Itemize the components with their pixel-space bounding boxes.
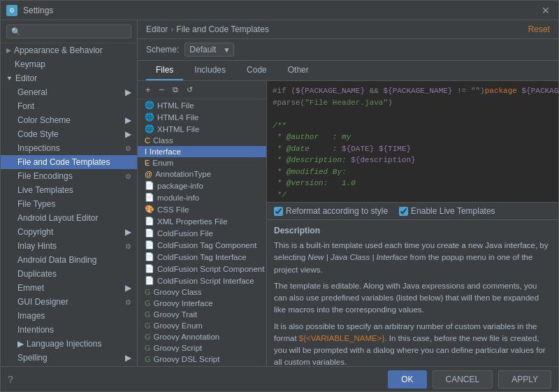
file-item-annotation[interactable]: @ AnnotationType (138, 168, 266, 180)
file-item-groovy-annotation[interactable]: G Groovy Annotation (138, 331, 266, 342)
bottom-bar: ? OK CANCEL APPLY (1, 366, 558, 391)
tabs-bar: Files Includes Code Other (138, 61, 558, 81)
sidebar-item-file-templates[interactable]: File and Code Templates (1, 155, 137, 169)
sidebar-item-file-types[interactable]: File Types (1, 197, 137, 211)
scheme-bar: Scheme: Default ▼ (138, 39, 558, 61)
file-item-enum[interactable]: E Enum (138, 157, 266, 168)
file-item-css[interactable]: 🎨 CSS File (138, 203, 266, 215)
file-item-coldfusion[interactable]: 📄 ColdFusion File (138, 227, 266, 239)
reset-button[interactable]: Reset (528, 24, 550, 34)
file-item-package-info[interactable]: 📄 package-info (138, 180, 266, 191)
tab-includes[interactable]: Includes (184, 61, 235, 80)
sidebar-item-label: Inspections (17, 143, 60, 153)
sidebar-item-gui-designer[interactable]: GUI Designer ⚙ (1, 295, 137, 309)
sidebar-item-live-templates[interactable]: Live Templates (1, 183, 137, 197)
file-item-html[interactable]: 🌐 HTML File (138, 99, 266, 111)
cf-script-comp-icon: 📄 (145, 264, 154, 273)
file-item-label: ColdFusion Tag Component (157, 241, 256, 249)
panel-content: + − ⧉ ↺ 🌐 HTML File 🌐 HTML4 File (138, 81, 558, 366)
tab-code[interactable]: Code (237, 61, 277, 80)
sidebar-item-inspections[interactable]: Inspections ⚙ (1, 141, 137, 155)
file-item-class[interactable]: C Class (138, 135, 266, 146)
sidebar-item-emmet[interactable]: Emmet ▶ (1, 281, 137, 295)
file-item-cf-tag-int[interactable]: 📄 ColdFusion Tag Interface (138, 251, 266, 263)
sidebar-item-copyright[interactable]: Copyright ▶ (1, 225, 137, 239)
scheme-select[interactable]: Default (184, 43, 234, 57)
file-item-label: AnnotationType (155, 170, 211, 178)
file-item-label: HTML4 File (157, 113, 198, 122)
file-item-label: Groovy Interface (154, 299, 213, 307)
file-item-groovy-script[interactable]: G Groovy Script (138, 342, 266, 354)
file-item-cf-script-comp[interactable]: 📄 ColdFusion Script Component (138, 263, 266, 275)
reformat-checkbox-label[interactable]: Reformat according to style (274, 206, 388, 216)
reformat-checkbox[interactable] (274, 207, 283, 216)
sidebar-item-label: File and Code Templates (17, 157, 110, 167)
sidebar-item-spelling[interactable]: Spelling ▶ (1, 351, 137, 365)
window-title: Settings (23, 6, 53, 15)
sidebar-item-appearance[interactable]: ▶ Appearance & Behavior (1, 43, 137, 57)
close-button[interactable]: ✕ (539, 3, 553, 17)
file-item-xhtml[interactable]: 🌐 XHTML File (138, 123, 266, 135)
groovy-trait-icon: G (145, 310, 151, 319)
file-item-xml-props[interactable]: 📄 XML Properties File (138, 215, 266, 227)
desc-para-2: The template is editable. Along with Jav… (274, 280, 551, 317)
ok-button[interactable]: OK (388, 370, 426, 389)
sidebar-item-label: Spelling (17, 353, 48, 363)
file-item-groovy-class[interactable]: G Groovy Class (138, 286, 266, 298)
file-item-cf-tag-comp[interactable]: 📄 ColdFusion Tag Component (138, 239, 266, 251)
cancel-button[interactable]: CANCEL (433, 370, 493, 389)
file-item-groovy-enum[interactable]: G Groovy Enum (138, 320, 266, 331)
file-item-groovy-trait[interactable]: G Groovy Trait (138, 309, 266, 320)
groovy-dsl-icon: G (145, 355, 151, 363)
file-item-interface[interactable]: I Interface (138, 146, 266, 157)
sidebar-item-label: Live Templates (17, 185, 73, 195)
desc-para-1: This is a built-in template used each ti… (274, 240, 551, 276)
sidebar-item-editor[interactable]: ▼ Editor (1, 71, 137, 85)
live-templates-checkbox[interactable] (399, 207, 408, 216)
sidebar-item-color-scheme[interactable]: Color Scheme ▶ (1, 113, 137, 127)
file-item-label: Groovy DSL Script (154, 355, 220, 363)
code-line-7: * @description: ${description} (273, 154, 553, 166)
sidebar-item-file-encodings[interactable]: File Encodings ⚙ (1, 169, 137, 183)
xml-icon: 📄 (145, 217, 154, 226)
file-item-html4[interactable]: 🌐 HTML4 File (138, 111, 266, 123)
reset-file-button[interactable]: ↺ (184, 85, 195, 95)
sidebar-item-general[interactable]: General ▶ (1, 85, 137, 99)
title-bar-left: ⚙ Settings (6, 5, 53, 16)
tab-files[interactable]: Files (146, 61, 183, 80)
file-list-panel: + − ⧉ ↺ 🌐 HTML File 🌐 HTML4 File (138, 81, 267, 366)
file-item-label: ColdFusion Tag Interface (157, 253, 247, 261)
file-item-module-info[interactable]: 📄 module-info (138, 191, 266, 203)
apply-button[interactable]: APPLY (498, 370, 551, 389)
sidebar-item-images[interactable]: Images (1, 309, 137, 323)
search-input[interactable] (6, 24, 131, 38)
breadcrumb: Editor › File and Code Templates Reset (138, 20, 558, 39)
sidebar-item-code-style[interactable]: Code Style ▶ (1, 127, 137, 141)
module-icon: 📄 (145, 193, 154, 202)
sidebar-item-inlay-hints[interactable]: Inlay Hints ⚙ (1, 239, 137, 253)
breadcrumb-path: Editor › File and Code Templates (146, 24, 269, 34)
sidebar-item-lang-injections[interactable]: ▶ Language Injections (1, 337, 137, 351)
remove-button[interactable]: − (157, 84, 167, 96)
add-button[interactable]: + (143, 84, 153, 96)
file-item-cf-script-int[interactable]: 📄 ColdFusion Script Interface (138, 275, 266, 286)
tab-other[interactable]: Other (278, 61, 319, 80)
code-editor[interactable]: #if (${PACKAGE_NAME} && ${PACKAGE_NAME} … (267, 81, 558, 202)
sidebar-item-keymap[interactable]: Keymap (1, 57, 137, 71)
desc-para-3: It is also possible to specify an arbitr… (274, 321, 551, 367)
file-item-label: Class (153, 136, 173, 145)
copy-button[interactable]: ⧉ (170, 85, 180, 95)
breadcrumb-editor: Editor (146, 24, 168, 34)
expand-arrow: ▼ (6, 75, 13, 82)
sidebar-item-android-data[interactable]: Android Data Binding (1, 253, 137, 267)
sidebar-item-font[interactable]: Font (1, 99, 137, 113)
cf-tag-int-icon: 📄 (145, 252, 154, 261)
sidebar-item-android-layout[interactable]: Android Layout Editor (1, 211, 137, 225)
live-templates-checkbox-label[interactable]: Enable Live Templates (399, 206, 495, 216)
sidebar-item-duplicates[interactable]: Duplicates (1, 267, 137, 281)
file-item-groovy-interface[interactable]: G Groovy Interface (138, 298, 266, 309)
html-file-icon: 🌐 (145, 101, 154, 110)
sidebar-item-intentions[interactable]: Intentions (1, 323, 137, 337)
file-item-groovy-dsl[interactable]: G Groovy DSL Script (138, 354, 266, 365)
help-icon[interactable]: ? (8, 374, 13, 385)
